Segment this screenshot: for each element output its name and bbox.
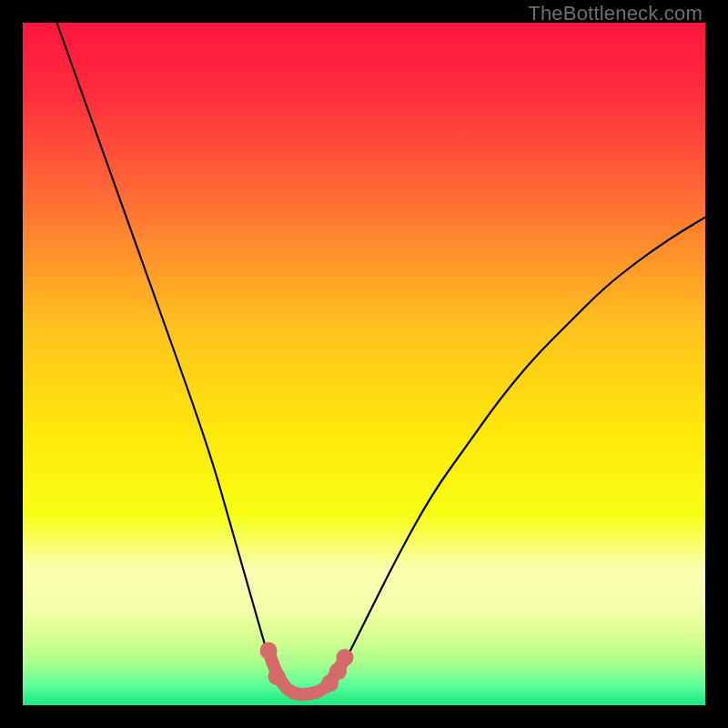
watermark-text: TheBottleneck.com xyxy=(528,2,703,25)
optimal-zone-dot xyxy=(260,642,278,660)
gradient-background xyxy=(23,23,705,705)
chart-frame xyxy=(23,23,705,705)
optimal-zone-dot xyxy=(337,649,354,666)
bottleneck-chart xyxy=(23,23,705,705)
optimal-zone-dot xyxy=(268,668,286,685)
